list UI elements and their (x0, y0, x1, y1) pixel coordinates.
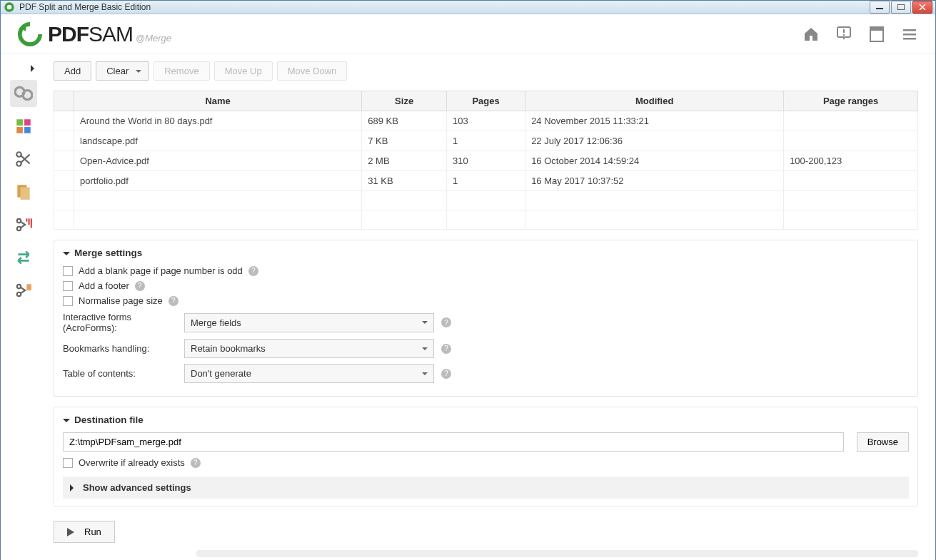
svg-rect-5 (843, 29, 845, 33)
advanced-toggle[interactable]: Show advanced settings (63, 477, 909, 499)
chevron-right-icon (70, 484, 77, 492)
rail-split-bookmarks[interactable] (10, 113, 37, 140)
svg-rect-6 (843, 34, 845, 36)
add-button[interactable]: Add (54, 61, 91, 81)
chevron-right-icon (31, 65, 38, 72)
svg-rect-19 (21, 188, 30, 200)
advanced-label: Show advanced settings (83, 482, 191, 493)
rail-expand[interactable] (1, 60, 46, 77)
overwrite-checkbox[interactable] (63, 458, 73, 468)
table-row[interactable]: portfolio.pdf31 KB116 May 2017 10:37:52 (54, 171, 918, 191)
scrollbar[interactable] (196, 550, 918, 557)
help-icon[interactable]: ? (441, 344, 451, 354)
logo-text: PDFSAM (48, 22, 133, 46)
bookmarks-label: Bookmarks handling: (63, 343, 177, 354)
window-title: PDF Split and Merge Basic Edition (19, 2, 870, 12)
bookmarks-select[interactable]: Retain bookmarks (184, 339, 434, 358)
svg-rect-8 (870, 27, 883, 31)
destination-input[interactable] (63, 432, 844, 452)
minimize-button[interactable] (870, 1, 890, 14)
chevron-down-icon (63, 252, 70, 259)
table-row[interactable]: Around the World in 80 days.pdf689 KB103… (54, 111, 918, 131)
svg-rect-24 (31, 218, 32, 228)
svg-rect-27 (26, 284, 31, 290)
svg-rect-13 (24, 119, 31, 126)
help-icon[interactable]: ? (441, 317, 451, 327)
col-size[interactable]: Size (362, 91, 447, 111)
side-rail (1, 54, 46, 560)
footer-label: Add a footer (79, 280, 129, 291)
close-button[interactable] (912, 1, 932, 14)
svg-rect-3 (897, 4, 905, 10)
table-row[interactable] (54, 191, 918, 210)
svg-rect-10 (903, 34, 916, 36)
chevron-down-icon (63, 419, 70, 426)
svg-rect-12 (16, 119, 23, 126)
logo-icon (18, 22, 42, 46)
move-up-button[interactable]: Move Up (214, 61, 273, 81)
home-icon[interactable] (802, 26, 820, 43)
rail-split[interactable] (10, 146, 37, 173)
forms-select[interactable]: Merge fields (184, 313, 434, 332)
table-row[interactable]: landscape.pdf7 KB122 July 2017 12:06:36 (54, 131, 918, 151)
col-handle (54, 91, 74, 111)
menu-icon[interactable] (901, 26, 918, 43)
help-icon[interactable]: ? (135, 281, 145, 291)
svg-rect-15 (24, 127, 31, 133)
normalise-label: Normalise page size (79, 295, 163, 306)
app-header: PDFSAM @Merge (1, 14, 935, 54)
rail-split-size[interactable] (10, 211, 37, 238)
files-table: Name Size Pages Modified Page ranges Aro… (54, 91, 918, 230)
merge-settings-toggle[interactable]: Merge settings (63, 248, 909, 258)
clear-button[interactable]: Clear (96, 61, 149, 81)
run-button[interactable]: Run (54, 521, 115, 543)
help-icon[interactable]: ? (168, 296, 178, 306)
rail-alternate-mix[interactable] (10, 277, 37, 304)
svg-rect-22 (26, 218, 27, 221)
remove-button[interactable]: Remove (154, 61, 209, 81)
rail-merge[interactable] (10, 80, 37, 107)
play-icon (67, 528, 79, 536)
destination-toggle[interactable]: Destination file (63, 414, 909, 425)
col-modified[interactable]: Modified (525, 91, 784, 111)
merge-settings-title: Merge settings (74, 248, 142, 258)
toc-select[interactable]: Don't generate (184, 364, 434, 383)
normalise-checkbox[interactable] (63, 296, 73, 306)
svg-rect-11 (903, 38, 916, 40)
help-icon[interactable]: ? (441, 369, 451, 379)
footer-checkbox[interactable] (63, 281, 73, 291)
rail-extract[interactable] (10, 178, 37, 205)
toc-label: Table of contents: (63, 368, 177, 379)
svg-rect-14 (16, 127, 23, 133)
merge-settings-panel: Merge settings Add a blank page if page … (54, 240, 918, 397)
maximize-button[interactable] (891, 1, 911, 14)
app-icon (4, 1, 15, 13)
svg-rect-9 (903, 29, 916, 31)
module-name: @Merge (136, 33, 171, 44)
destination-panel: Destination file Browse Overwrite if alr… (54, 407, 918, 506)
rail-rotate[interactable] (10, 244, 37, 271)
log-icon[interactable] (868, 26, 885, 43)
destination-title: Destination file (74, 414, 144, 425)
table-row[interactable] (54, 210, 918, 230)
col-ranges[interactable]: Page ranges (784, 91, 918, 111)
blank-page-label: Add a blank page if page number is odd (79, 265, 243, 276)
help-icon[interactable]: ? (248, 266, 258, 276)
help-icon[interactable]: ? (191, 458, 201, 468)
col-pages[interactable]: Pages (447, 91, 525, 111)
forms-label: Interactive forms (AcroForms): (63, 312, 177, 333)
browse-button[interactable]: Browse (857, 432, 909, 452)
overwrite-label: Overwrite if already exists (79, 457, 185, 468)
table-row[interactable]: Open-Advice.pdf2 MB31016 October 2014 14… (54, 151, 918, 171)
titlebar: PDF Split and Merge Basic Edition (1, 1, 935, 14)
svg-point-1 (7, 5, 12, 10)
svg-rect-23 (29, 218, 30, 225)
notification-icon[interactable] (835, 26, 852, 43)
svg-rect-2 (876, 8, 883, 9)
col-name[interactable]: Name (74, 91, 362, 111)
move-down-button[interactable]: Move Down (277, 61, 348, 81)
blank-page-checkbox[interactable] (63, 266, 73, 276)
file-toolbar: Add Clear Remove Move Up Move Down (54, 61, 918, 81)
